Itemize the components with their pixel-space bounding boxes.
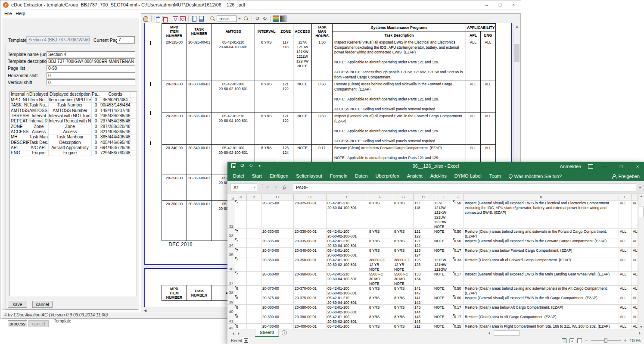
cell-L36[interactable]: ALL: [619, 257, 632, 271]
cell-F33[interactable]: 8 YRS: [368, 229, 393, 238]
cell-G35[interactable]: 8 YRS: [393, 248, 414, 257]
menu-file[interactable]: File: [4, 11, 12, 16]
ribbon-tab-dymo-label[interactable]: DYMO Label: [451, 171, 485, 181]
cell-E33[interactable]: 05-42-01-100 20-60-02-100-801: [327, 229, 368, 238]
sheet-nav-right-icon[interactable]: [238, 332, 241, 335]
mapping-column-header[interactable]: Internal n...: [10, 92, 29, 97]
cell-F35[interactable]: 8 YRS: [368, 248, 393, 257]
cell-F34[interactable]: 8 YRS: [368, 238, 393, 247]
zoom-dropdown-icon[interactable]: [238, 18, 241, 21]
cell-E34[interactable]: 05-42-01-210 20-60-04-100-801: [327, 238, 368, 247]
mapping-table-row[interactable]: THRESHO...IntervalInterval with NOT from…: [10, 113, 137, 119]
cancel-process-button[interactable]: cancel: [28, 320, 49, 327]
column-header-K[interactable]: K: [464, 194, 619, 200]
cell-H38[interactable]: 141 142: [414, 286, 433, 295]
scroll-right-icon[interactable]: [639, 331, 642, 335]
cell-D35[interactable]: 20-340-00-01: [294, 248, 327, 257]
scroll-up-icon[interactable]: ▲: [513, 23, 520, 30]
edoc-maximize-button[interactable]: □: [494, 0, 507, 9]
zoom-slider-thumb[interactable]: [604, 338, 607, 343]
cell-C42[interactable]: 20-400-00: [261, 324, 294, 329]
mapping-column-header[interactable]: Displayed description: [49, 92, 92, 97]
field-input[interactable]: [47, 58, 135, 64]
cell-M40[interactable]: ALL: [632, 305, 638, 314]
mapping-table-row[interactable]: TASK_NUMTask Nu...Task Number090/453/148…: [10, 103, 137, 108]
cell-M36[interactable]: ALL: [632, 257, 638, 271]
cell-F40[interactable]: 8 YRS: [368, 305, 393, 314]
sheet-tab-sheet0[interactable]: Sheet0: [255, 329, 279, 337]
cell-K32[interactable]: Inspect (General Visual) all exposed EWI…: [464, 200, 619, 228]
sign-in-link[interactable]: Anmelden: [560, 164, 581, 169]
cell-B39[interactable]: [247, 295, 261, 304]
column-header-C[interactable]: C: [261, 194, 294, 200]
cell-D34[interactable]: 20-335-00-01: [294, 238, 327, 247]
insert-function-icon[interactable]: fx: [282, 185, 288, 190]
row-header-41[interactable]: 41: [227, 314, 235, 323]
select-all-corner[interactable]: [227, 194, 235, 200]
column-header-J[interactable]: J: [453, 194, 464, 200]
cell-A37[interactable]: 7: [235, 272, 247, 285]
cell-J33[interactable]: 0.50: [453, 229, 464, 238]
cell-G42[interactable]: 8 YRS: [393, 324, 414, 329]
cancel-entry-icon[interactable]: ×: [264, 185, 271, 190]
mapping-header-row[interactable]: Internal n...Displayed...Displayed descr…: [10, 92, 137, 97]
fit-page-width-icon[interactable]: [191, 16, 197, 22]
field-input[interactable]: [47, 79, 135, 85]
cell-C41[interactable]: 20-390-00: [261, 314, 294, 323]
cancel-button[interactable]: cancel: [32, 301, 53, 308]
cell-I38[interactable]: NOTE: [433, 286, 453, 295]
cell-D42[interactable]: 20-400-00-01: [294, 324, 327, 329]
page-layout-view-icon[interactable]: [569, 338, 574, 343]
cell-J41[interactable]: 0.17: [453, 314, 464, 323]
cell-J37[interactable]: 0.17: [453, 272, 464, 285]
sheet-nav-left-icon[interactable]: [231, 332, 234, 335]
menu-help[interactable]: Help: [16, 11, 25, 16]
cell-B38[interactable]: [247, 286, 261, 295]
cell-A40[interactable]: 8: [235, 305, 247, 314]
cell-D38[interactable]: 20-370-00-01: [294, 286, 327, 295]
template-select[interactable]: Section 4 (BBJ 737-700IGW/-800/-900E: [26, 36, 90, 44]
cell-M41[interactable]: ALL: [632, 314, 638, 323]
cell-L35[interactable]: ALL: [619, 248, 632, 257]
tell-me-assistant[interactable]: Was möchten Sie tun?: [505, 174, 566, 179]
cell-K42[interactable]: Restore (Clean) area in Flight Compartme…: [464, 324, 619, 329]
ribbon-tab-add-ins[interactable]: Add-Ins: [426, 171, 451, 181]
name-box-dropdown-icon[interactable]: [253, 187, 256, 189]
cell-F42[interactable]: 8 YRS: [368, 324, 393, 329]
cell-I34[interactable]: NOTE: [433, 238, 453, 247]
excel-horizontal-scroll-thumb[interactable]: [494, 330, 520, 336]
ribbon-display-options-icon[interactable]: [588, 164, 593, 169]
cell-E39[interactable]: 05-42-01-210 20-60-04-100-801: [327, 295, 368, 304]
color-palette-icon[interactable]: [273, 16, 279, 22]
cell-H37[interactable]: 133 134: [414, 272, 433, 285]
cell-D33[interactable]: 20-330-00-01: [294, 229, 327, 238]
formula-bar-expand-icon[interactable]: [638, 187, 642, 190]
cell-H39[interactable]: 141 142: [414, 295, 433, 304]
ribbon-tab-seitenlayout[interactable]: Seitenlayout: [292, 171, 326, 181]
zoom-in-icon[interactable]: +: [624, 338, 626, 343]
copy-page-red-icon[interactable]: [161, 16, 168, 22]
cell-G36[interactable]: 36000 FC 12 YR NOTE: [393, 257, 414, 271]
cell-E36[interactable]: 05-42-01-100 20-60-02-100-801: [327, 257, 368, 271]
mapping-table-row[interactable]: MPD_NUMItem Nu...Item number (MPD Ite...…: [10, 97, 137, 103]
mapping-table-row[interactable]: DESCRIPT...Task Des...Description0405/44…: [10, 140, 137, 145]
cell-B35[interactable]: [247, 248, 261, 257]
row-header-39[interactable]: 39: [227, 295, 235, 304]
cell-L34[interactable]: ALL: [619, 238, 632, 247]
cell-G38[interactable]: 8 YRS: [393, 286, 414, 295]
cell-G33[interactable]: 8 YRS: [393, 229, 414, 238]
row-header-35[interactable]: 35: [227, 248, 235, 257]
mapping-table-row[interactable]: REPEATInterval R...Interval Repeat with …: [10, 119, 137, 124]
cell-J39[interactable]: 0.60: [453, 295, 464, 304]
row-header-33[interactable]: 33: [227, 229, 235, 238]
rotate-right-icon[interactable]: ↻: [261, 16, 268, 22]
cell-L39[interactable]: ALL: [619, 295, 632, 304]
mapping-table-row[interactable]: AMTOSSAMTOSS ...AMTOSS Number0149/414/23…: [10, 108, 137, 113]
cell-A38[interactable]: 8: [235, 286, 247, 295]
cell-C32[interactable]: 20-325-00: [261, 200, 294, 228]
cell-A39[interactable]: 8: [235, 295, 247, 304]
excel-titlebar[interactable]: ↺ ↻ ▾ 06__126_.xlsx - Excel Anmelden — □…: [227, 162, 644, 171]
cell-J40[interactable]: 0.17: [453, 305, 464, 314]
cell-J32[interactable]: 1.50: [453, 200, 464, 228]
cell-J35[interactable]: 0.17: [453, 248, 464, 257]
